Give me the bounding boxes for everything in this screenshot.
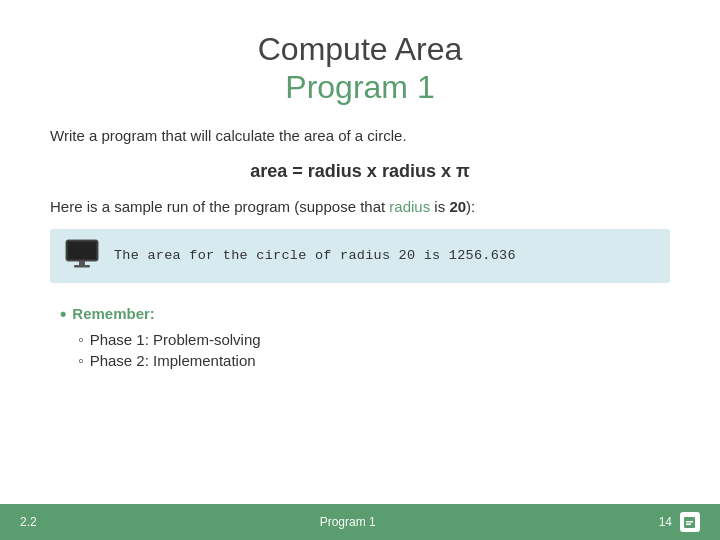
footer-right-number: 14 (659, 515, 672, 529)
bullet-sub-1: Phase 1: Problem-solving (78, 331, 670, 349)
sample-run-before: Here is a sample run of the program (sup… (50, 198, 389, 215)
footer-left: 2.2 (20, 515, 37, 529)
slide: Compute Area Program 1 Write a program t… (0, 0, 720, 540)
svg-rect-6 (686, 523, 691, 525)
intro-text: Write a program that will calculate the … (50, 125, 670, 148)
terminal-output: The area for the circle of radius 20 is … (114, 248, 516, 263)
monitor-icon (64, 239, 100, 273)
sample-run-is: is (430, 198, 449, 215)
bullet-main-label: Remember: (72, 305, 155, 322)
footer-icon (680, 512, 700, 532)
svg-rect-1 (68, 242, 96, 259)
monitor-svg (64, 239, 100, 269)
bullets-block: Remember: Phase 1: Problem-solving Phase… (60, 305, 670, 374)
formula-block: area = radius x radius x π (50, 161, 670, 182)
svg-rect-3 (74, 265, 90, 268)
footer-icon-svg (683, 516, 696, 529)
sample-run-radius: radius (389, 198, 430, 215)
sample-run-suffix: ): (466, 198, 475, 215)
footer: 2.2 Program 1 14 (0, 504, 720, 540)
terminal-block: The area for the circle of radius 20 is … (50, 229, 670, 283)
sample-run-value: 20 (449, 198, 466, 215)
sample-run-intro: Here is a sample run of the program (sup… (50, 196, 670, 219)
bullet-main: Remember: (60, 305, 670, 325)
footer-right-group: 14 (659, 512, 700, 532)
title-block: Compute Area Program 1 (50, 30, 670, 107)
formula-text: area = radius x radius x π (250, 161, 469, 181)
bullet-sub-1-label: Phase 1: Problem-solving (90, 331, 261, 348)
title-line2: Program 1 (50, 68, 670, 106)
bullet-sub-2: Phase 2: Implementation (78, 352, 670, 370)
svg-rect-5 (686, 521, 693, 523)
bullet-sub-2-label: Phase 2: Implementation (90, 352, 256, 369)
intro-content: Write a program that will calculate the … (50, 127, 407, 144)
svg-rect-2 (79, 261, 85, 265)
footer-center: Program 1 (320, 515, 376, 529)
title-line1: Compute Area (50, 30, 670, 68)
